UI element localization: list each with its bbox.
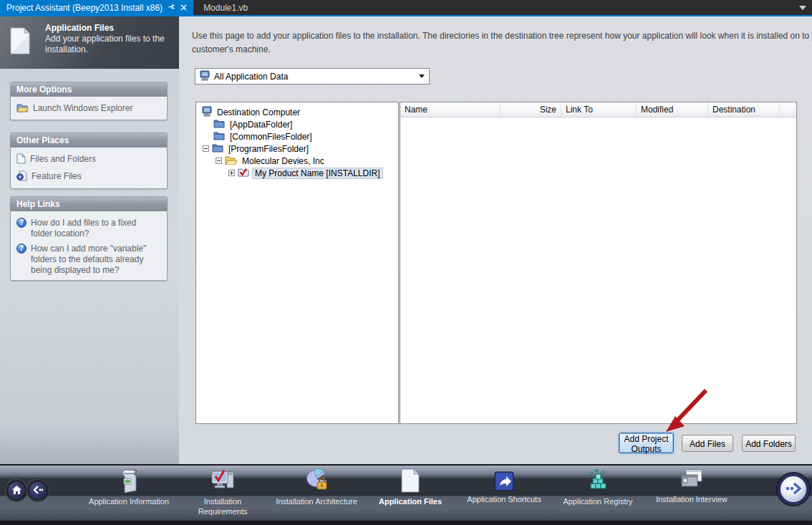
link-label: How can I add more "variable" folders to… bbox=[31, 243, 163, 276]
tree-label: [ProgramFilesFolder] bbox=[226, 144, 311, 154]
help-link-variable-folders[interactable]: How can I add more "variable" folders to… bbox=[16, 243, 163, 276]
tab-label: Project Assistant (Beepy2013 Install x86… bbox=[6, 3, 163, 13]
window-bottom-edge bbox=[0, 521, 812, 525]
project-assistant-window: Project Assistant (Beepy2013 Install x86… bbox=[0, 0, 812, 525]
column-header-modified[interactable]: Modified bbox=[637, 102, 708, 117]
nav-label: Application Information bbox=[87, 496, 170, 506]
nav-application-shortcuts[interactable]: Application Shortcuts bbox=[463, 468, 546, 504]
nav-label: Application Registry bbox=[556, 496, 639, 506]
software-box-icon bbox=[117, 468, 141, 493]
forward-arrow-icon bbox=[785, 482, 802, 497]
registry-cubes-icon bbox=[585, 468, 611, 493]
tree-item-destination-computer[interactable]: Destination Computer bbox=[198, 106, 397, 118]
pin-icon[interactable] bbox=[168, 3, 175, 13]
close-icon[interactable] bbox=[180, 3, 187, 13]
feature-files-link[interactable]: Feature Files bbox=[16, 170, 163, 184]
nav-label: Application Files bbox=[369, 496, 452, 506]
assistant-step-navbar: Application Information Installation Req… bbox=[0, 464, 812, 521]
back-arrow-icon bbox=[32, 486, 44, 496]
document-icon bbox=[9, 27, 31, 57]
computer-icon bbox=[200, 70, 210, 83]
help-link-fixed-folder[interactable]: How do I add files to a fixed folder loc… bbox=[16, 217, 163, 239]
launch-windows-explorer-link[interactable]: Launch Windows Explorer bbox=[16, 102, 163, 115]
tree-label: [AppDataFolder] bbox=[228, 120, 294, 130]
page-subtitle: Add your application files to the instal… bbox=[45, 34, 168, 54]
link-label: How do I add files to a fixed folder loc… bbox=[31, 217, 158, 239]
open-folder-icon bbox=[225, 155, 237, 167]
assistant-sidebar: Application Files Add your application f… bbox=[0, 16, 179, 464]
nav-application-files[interactable]: Application Files bbox=[369, 468, 452, 506]
add-files-button[interactable]: Add Files bbox=[682, 435, 733, 452]
page-header: Application Files Add your application f… bbox=[0, 16, 179, 69]
home-icon bbox=[11, 485, 22, 497]
help-links-title: Help Links bbox=[11, 197, 167, 211]
collapse-icon[interactable] bbox=[216, 158, 222, 164]
nav-application-registry[interactable]: Application Registry bbox=[556, 468, 639, 506]
add-folders-button[interactable]: Add Folders bbox=[742, 435, 796, 452]
dropdown-value: All Application Data bbox=[214, 72, 415, 82]
document-tabstrip: Project Assistant (Beepy2013 Install x86… bbox=[0, 0, 812, 15]
document-icon bbox=[400, 468, 421, 493]
more-options-title: More Options bbox=[11, 82, 167, 97]
column-header-size[interactable]: Size bbox=[501, 102, 561, 117]
tree-item-appdatafolder[interactable]: [AppDataFolder] bbox=[198, 118, 397, 130]
nav-label: Installation Interview bbox=[650, 494, 733, 504]
nav-label: Installation Architecture bbox=[275, 496, 358, 506]
pie-lock-icon bbox=[304, 468, 329, 493]
link-label: Launch Windows Explorer bbox=[33, 102, 132, 114]
collapse-icon[interactable] bbox=[203, 145, 209, 152]
add-project-outputs-button[interactable]: Add Project Outputs bbox=[619, 433, 674, 453]
checked-folder-icon bbox=[238, 167, 250, 179]
expand-icon[interactable] bbox=[228, 170, 235, 176]
interview-windows-icon bbox=[679, 468, 705, 493]
question-mark-circle-icon bbox=[16, 244, 26, 254]
help-links-box: Help Links How do I add files to a fixed… bbox=[10, 196, 168, 281]
tree-item-my-product-name[interactable]: My Product Name [INSTALLDIR] bbox=[198, 167, 397, 179]
feature-files-icon bbox=[16, 170, 27, 184]
tab-project-assistant[interactable]: Project Assistant (Beepy2013 Install x86… bbox=[0, 0, 193, 15]
application-files-page: Use this page to add your application fi… bbox=[179, 16, 812, 464]
closed-folder-icon bbox=[213, 119, 225, 130]
page-description: Use this page to add your application fi… bbox=[192, 29, 812, 56]
files-and-folders-link[interactable]: Files and Folders bbox=[16, 153, 163, 167]
tab-list-chevron-down-icon[interactable] bbox=[799, 6, 806, 10]
nav-installation-interview[interactable]: Installation Interview bbox=[650, 468, 733, 504]
nav-installation-requirements[interactable]: Installation Requirements bbox=[181, 468, 264, 517]
link-label: Feature Files bbox=[32, 170, 82, 182]
tab-label: Module1.vb bbox=[203, 3, 248, 13]
shortcut-arrow-icon bbox=[494, 468, 514, 493]
column-header-name[interactable]: Name bbox=[400, 102, 501, 117]
page-title: Application Files bbox=[45, 23, 114, 33]
question-mark-circle-icon bbox=[16, 218, 26, 228]
column-header-link-to[interactable]: Link To bbox=[561, 102, 637, 117]
tree-label: My Product Name [INSTALLDIR] bbox=[253, 168, 382, 178]
other-places-box: Other Places Files and Folders bbox=[10, 133, 168, 189]
nav-label: Installation Requirements bbox=[181, 496, 264, 517]
closed-folder-icon bbox=[213, 131, 225, 143]
tree-item-molecular-devies[interactable]: Molecular Devies, Inc bbox=[198, 155, 397, 167]
chevron-down-icon bbox=[419, 74, 425, 78]
link-label: Files and Folders bbox=[30, 153, 96, 165]
tree-item-commonfilesfolder[interactable]: [CommonFilesFolder] bbox=[198, 130, 397, 143]
tree-item-programfilesfolder[interactable]: [ProgramFilesFolder] bbox=[198, 143, 397, 155]
closed-folder-icon bbox=[212, 143, 223, 155]
column-header-filler bbox=[780, 102, 796, 117]
destination-tree[interactable]: Destination Computer [AppDataFolder] [Co… bbox=[195, 102, 399, 424]
next-page-button[interactable] bbox=[778, 473, 809, 505]
tree-label: Destination Computer bbox=[215, 107, 302, 117]
open-folder-icon bbox=[16, 102, 29, 115]
file-view-dropdown[interactable]: All Application Data bbox=[195, 68, 430, 85]
tree-label: Molecular Devies, Inc bbox=[240, 156, 327, 166]
computer-check-icon bbox=[210, 468, 236, 493]
nav-application-information[interactable]: Application Information bbox=[87, 468, 170, 506]
files-list-header: Name Size Link To Modified Destination bbox=[400, 102, 796, 117]
home-button[interactable] bbox=[6, 480, 27, 501]
nav-installation-architecture[interactable]: Installation Architecture bbox=[275, 468, 358, 506]
column-header-destination[interactable]: Destination bbox=[708, 102, 780, 117]
tab-module1[interactable]: Module1.vb bbox=[197, 0, 254, 15]
other-places-title: Other Places bbox=[11, 133, 167, 148]
files-list[interactable]: Name Size Link To Modified Destination bbox=[400, 102, 797, 424]
tree-label: [CommonFilesFolder] bbox=[228, 132, 314, 142]
more-options-box: More Options Launch Windows Explorer bbox=[10, 82, 168, 120]
back-button[interactable] bbox=[27, 480, 49, 501]
